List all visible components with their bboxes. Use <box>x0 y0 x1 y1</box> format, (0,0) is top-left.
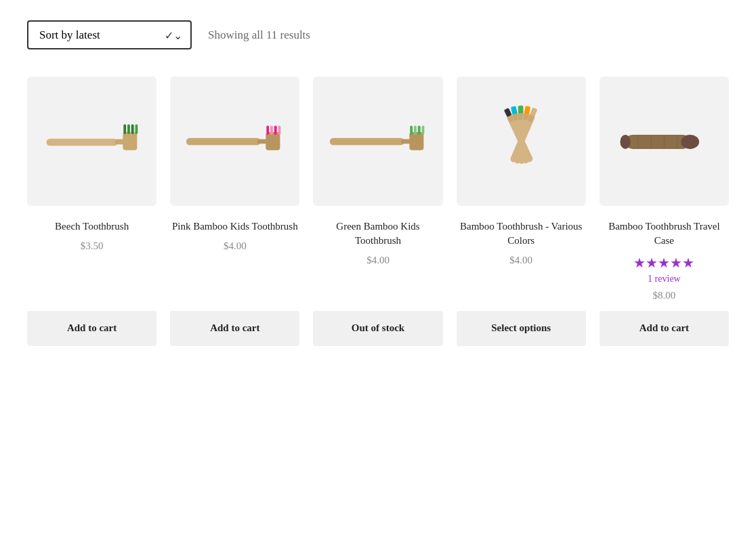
product-price: $4.00 <box>366 255 390 266</box>
svg-point-37 <box>681 135 699 149</box>
svg-rect-5 <box>131 125 134 134</box>
product-image-placeholder <box>183 89 287 193</box>
svg-rect-14 <box>329 138 404 146</box>
product-price: $8.00 <box>653 290 676 301</box>
svg-rect-13 <box>278 126 281 135</box>
svg-rect-20 <box>421 126 424 135</box>
review-count: 1 review <box>648 274 681 284</box>
star-rating: ★★★★★ <box>633 255 694 271</box>
svg-rect-9 <box>266 132 280 150</box>
product-image-placeholder <box>612 89 716 193</box>
product-price: $4.00 <box>224 240 247 252</box>
product-image-beech-toothbrush <box>27 77 156 206</box>
products-grid: Beech Toothbrush $3.50 Add to cart Pink … <box>27 77 729 346</box>
svg-rect-18 <box>414 126 417 135</box>
svg-rect-2 <box>123 132 137 150</box>
svg-rect-11 <box>270 126 273 135</box>
product-image-placeholder <box>469 89 573 193</box>
product-action-btn[interactable]: Add to cart <box>170 311 299 346</box>
product-name: Bamboo Toothbrush Travel Case <box>600 219 729 248</box>
product-action-btn[interactable]: Select options <box>457 311 586 346</box>
svg-rect-4 <box>127 125 130 134</box>
svg-rect-7 <box>186 138 261 146</box>
svg-rect-3 <box>123 125 126 134</box>
results-count: Showing all 11 results <box>208 28 310 42</box>
product-image-placeholder <box>327 89 430 193</box>
product-card-bamboo-various-colors: Bamboo Toothbrush - Various Colors $4.00… <box>457 77 586 346</box>
svg-rect-26 <box>511 106 518 115</box>
svg-rect-16 <box>409 132 423 150</box>
product-name: Bamboo Toothbrush - Various Colors <box>457 219 586 248</box>
product-image-bamboo-various-colors <box>457 77 586 206</box>
product-name: Beech Toothbrush <box>55 219 129 234</box>
product-name: Pink Bamboo Kids Toothbrush <box>172 219 298 234</box>
top-bar: Sort by latestSort by price: low to high… <box>27 20 729 49</box>
svg-rect-32 <box>524 106 530 114</box>
svg-point-38 <box>620 135 630 149</box>
product-price: $3.50 <box>81 240 104 252</box>
product-card-green-bamboo-kids: Green Bamboo Kids Toothbrush $4.00 Out o… <box>313 77 442 346</box>
svg-rect-19 <box>417 126 420 135</box>
product-image-bamboo-travel-case <box>600 77 729 206</box>
svg-rect-29 <box>518 106 523 114</box>
svg-rect-17 <box>410 126 413 135</box>
sort-select[interactable]: Sort by latestSort by price: low to high… <box>27 20 192 49</box>
product-action-btn[interactable]: Add to cart <box>600 311 729 346</box>
product-action-btn[interactable]: Add to cart <box>27 311 156 346</box>
svg-rect-6 <box>135 125 138 134</box>
svg-rect-0 <box>47 139 118 146</box>
product-price: $4.00 <box>509 255 532 266</box>
product-image-placeholder <box>40 89 144 193</box>
product-card-bamboo-travel-case: Bamboo Toothbrush Travel Case ★★★★★ 1 re… <box>600 77 729 346</box>
sort-wrapper: Sort by latestSort by price: low to high… <box>27 20 192 49</box>
product-image-pink-bamboo-kids <box>170 77 299 206</box>
product-action-btn[interactable]: Out of stock <box>313 311 442 346</box>
svg-rect-36 <box>625 135 690 149</box>
product-image-green-bamboo-kids <box>313 77 442 206</box>
svg-rect-10 <box>267 126 270 135</box>
svg-rect-12 <box>274 126 277 135</box>
product-card-pink-bamboo-kids: Pink Bamboo Kids Toothbrush $4.00 Add to… <box>170 77 299 346</box>
product-card-beech-toothbrush: Beech Toothbrush $3.50 Add to cart <box>27 77 156 346</box>
product-name: Green Bamboo Kids Toothbrush <box>313 219 442 248</box>
